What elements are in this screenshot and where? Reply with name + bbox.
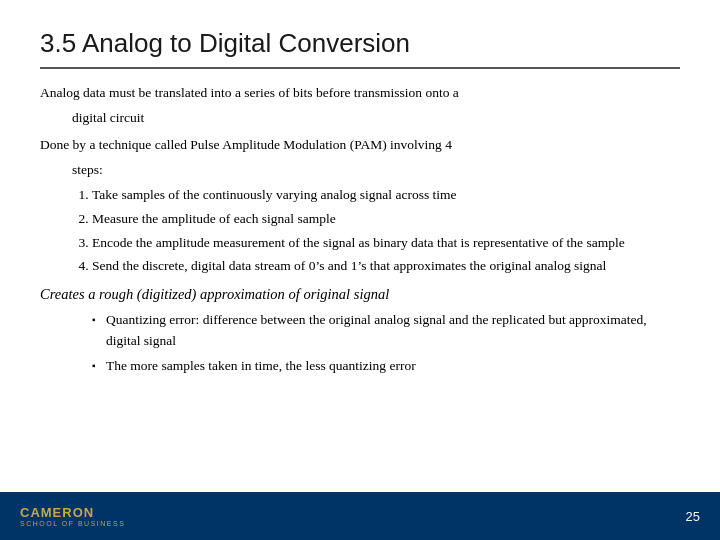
line2b: steps: xyxy=(72,160,680,181)
logo-area: CAMERON SCHOOL OF BUSINESS xyxy=(20,505,125,527)
logo-cameron: CAMERON xyxy=(20,505,94,520)
logo-subtitle: SCHOOL OF BUSINESS xyxy=(20,520,125,527)
creates-line: Creates a rough (digitized) approximatio… xyxy=(40,283,680,305)
line1: Analog data must be translated into a se… xyxy=(40,83,680,104)
steps-list: Take samples of the continuously varying… xyxy=(92,185,680,278)
bullet-list: Quantizing error: difference between the… xyxy=(92,310,680,377)
line1b: digital circuit xyxy=(72,108,680,129)
step-2: Measure the amplitude of each signal sam… xyxy=(92,209,680,230)
step-1: Take samples of the continuously varying… xyxy=(92,185,680,206)
bottom-bar: CAMERON SCHOOL OF BUSINESS 25 xyxy=(0,492,720,540)
content-area: Analog data must be translated into a se… xyxy=(40,83,680,377)
step-4: Send the discrete, digital data stream o… xyxy=(92,256,680,277)
page-number: 25 xyxy=(686,509,700,524)
line2: Done by a technique called Pulse Amplitu… xyxy=(40,135,680,156)
slide-title: 3.5 Analog to Digital Conversion xyxy=(40,28,680,69)
bullet-2: The more samples taken in time, the less… xyxy=(92,356,680,377)
step-3: Encode the amplitude measurement of the … xyxy=(92,233,680,254)
slide-container: 3.5 Analog to Digital Conversion Analog … xyxy=(0,0,720,540)
bullet-1: Quantizing error: difference between the… xyxy=(92,310,680,352)
